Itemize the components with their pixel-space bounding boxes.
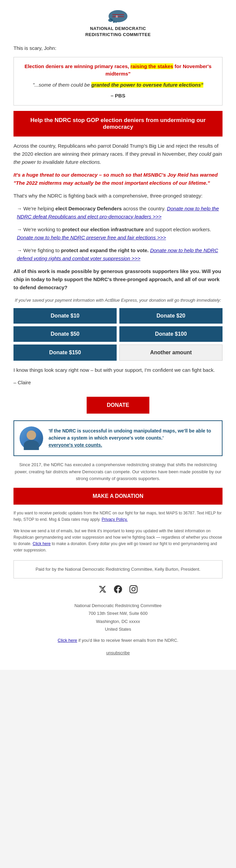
highlight-stakes: raising the stakes bbox=[130, 63, 173, 69]
bullet-text-1: We're helping elect Democracy Defenders … bbox=[17, 206, 219, 219]
svg-rect-5 bbox=[112, 14, 124, 15]
legal-text-1: If you want to receive periodic updates … bbox=[13, 510, 223, 523]
signature: – Claire bbox=[13, 379, 223, 387]
facebook-icon[interactable] bbox=[114, 585, 122, 596]
unsubscribe-link[interactable]: unsubscribe bbox=[106, 650, 130, 655]
donate-20-button[interactable]: Donate $20 bbox=[119, 308, 223, 324]
bullet-arrow-3: → bbox=[17, 247, 23, 253]
bullet-text-2: We're working to protect our election in… bbox=[17, 227, 211, 240]
person-avatar bbox=[20, 426, 43, 450]
legal-text-2: We know we send a lot of emails, but we … bbox=[13, 528, 223, 554]
since-text: Since 2017, the NDRC has executed a comp… bbox=[13, 461, 223, 482]
social-icons-area bbox=[13, 585, 223, 596]
quote-secondary-text: "...some of them could be granted the po… bbox=[21, 81, 215, 89]
greeting-text: This is scary, John: bbox=[13, 44, 223, 52]
privacy-policy-link[interactable]: Privacy Policy. bbox=[101, 517, 127, 522]
person-quote-box: 'If the NDRC is successful in undoing ma… bbox=[13, 420, 223, 456]
bullet-arrow-1: → bbox=[17, 206, 23, 211]
content-area: This is scary, John: Election deniers ar… bbox=[0, 41, 236, 669]
bullet-item-3: → We're fighting to protect and expand t… bbox=[13, 246, 223, 263]
three-prong-intro: That's why the NDRC is fighting back wit… bbox=[13, 192, 223, 200]
donate-standalone-area: DONATE bbox=[13, 397, 223, 414]
usa-map-logo: ★ bbox=[107, 7, 129, 24]
svg-point-1 bbox=[108, 19, 113, 22]
sign-off-text: I know things look scary right now – but… bbox=[13, 366, 223, 374]
twitter-icon[interactable] bbox=[98, 585, 107, 596]
cta-button-stop-election-deniers[interactable]: Help the NDRC stop GOP election deniers … bbox=[13, 111, 223, 137]
quote-box: Election deniers are winning primary rac… bbox=[13, 57, 223, 106]
svg-point-2 bbox=[113, 21, 115, 23]
donate-10-button[interactable]: Donate $10 bbox=[13, 308, 117, 324]
svg-point-3 bbox=[115, 22, 117, 23]
person-quote-emphasis: everyone's vote counts. bbox=[49, 442, 102, 448]
person-quote-text: 'If the NDRC is successful in undoing ma… bbox=[49, 427, 216, 449]
fewer-emails-text: Click here if you'd like to receive fewe… bbox=[13, 637, 223, 644]
quote-main-text: Election deniers are winning primary rac… bbox=[21, 63, 215, 78]
unsubscribe-area: unsubscribe bbox=[13, 650, 223, 656]
bullet-item-2: → We're working to protect our election … bbox=[13, 226, 223, 242]
email-wrapper: ★ NATIONAL DEMOCRATIC REDISTRICTING COMM… bbox=[0, 0, 236, 670]
footer-address: National Democratic Redistricting Commit… bbox=[13, 602, 223, 633]
donate-another-button[interactable]: Another amount bbox=[119, 345, 223, 361]
org-name: NATIONAL DEMOCRATIC REDISTRICTING COMMIT… bbox=[13, 26, 223, 38]
click-here-link[interactable]: Click here bbox=[33, 541, 51, 546]
header: ★ NATIONAL DEMOCRATIC REDISTRICTING COMM… bbox=[0, 0, 236, 41]
instagram-icon[interactable] bbox=[129, 585, 138, 596]
donate-grid: Donate $10 Donate $20 Donate $50 Donate … bbox=[13, 308, 223, 361]
make-donation-button[interactable]: MAKE A DONATION bbox=[13, 488, 223, 505]
footer-paid-box: Paid for by the National Democratic Redi… bbox=[13, 560, 223, 578]
donate-100-button[interactable]: Donate $100 bbox=[119, 326, 223, 342]
actblue-notice: If you've saved your payment information… bbox=[13, 297, 223, 304]
bullet-text-3: We're fighting to protect and expand the… bbox=[17, 247, 218, 261]
quote-source: – PBS bbox=[21, 92, 215, 100]
bullet-item-1: → We're helping elect Democracy Defender… bbox=[13, 205, 223, 221]
bullet-arrow-2: → bbox=[17, 227, 23, 232]
donate-standalone-button[interactable]: DONATE bbox=[87, 397, 149, 414]
fewer-emails-link[interactable]: Click here bbox=[58, 638, 77, 643]
bullet-link-2[interactable]: Donate now to help the NDRC preserve fre… bbox=[17, 235, 166, 240]
svg-rect-6 bbox=[112, 16, 124, 17]
call-to-action-text: All of this work is made possible by gen… bbox=[13, 267, 223, 292]
donate-150-button[interactable]: Donate $150 bbox=[13, 345, 117, 361]
emphasis-paragraph: It's a huge threat to our democracy – so… bbox=[13, 171, 223, 187]
donate-50-button[interactable]: Donate $50 bbox=[13, 326, 117, 342]
highlight-granted: granted the power to oversee future elec… bbox=[91, 82, 203, 88]
body-paragraph-1: Across the country, Republicans who parr… bbox=[13, 142, 223, 166]
